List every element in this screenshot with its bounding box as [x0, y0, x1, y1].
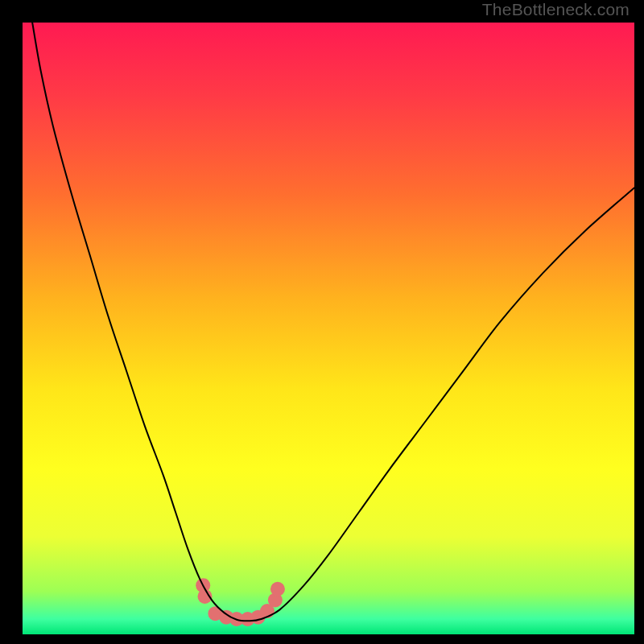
chart-svg: [0, 0, 644, 644]
watermark-text: TheBottleneck.com: [482, 0, 630, 19]
chart-container: TheBottleneck.com: [0, 0, 644, 644]
plot-background: [23, 23, 634, 634]
fit-marker: [270, 582, 285, 597]
